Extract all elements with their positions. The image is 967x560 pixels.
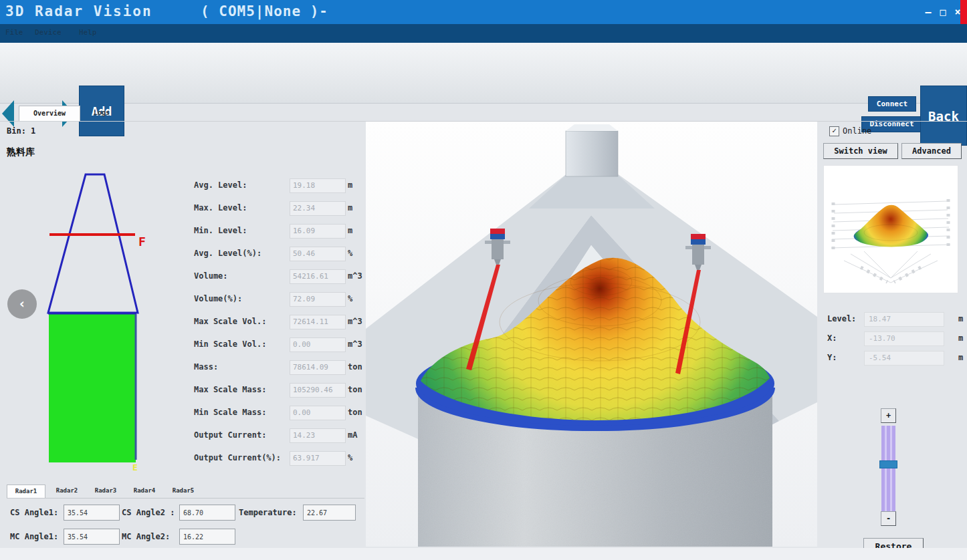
chute-flare <box>529 175 655 208</box>
measurement-value: 16.09 <box>290 224 346 239</box>
readout-unit: m <box>958 353 963 362</box>
app-window: 3D Radar Vision ( COM5|None )- – □ × Fil… <box>0 0 967 560</box>
measurement-unit: ton <box>348 362 362 372</box>
measurement-label: Max. Level: <box>194 203 247 213</box>
measurement-unit: m <box>348 226 352 235</box>
readout-unit: m <box>958 314 963 323</box>
preview-3d-thumbnail <box>823 165 958 293</box>
measurement-value: 14.23 <box>290 428 346 443</box>
tab-radar2[interactable]: Radar2 <box>48 484 86 497</box>
measurement-unit: m^3 <box>348 271 362 281</box>
measurement-label: Min. Level: <box>194 226 247 235</box>
measurement-row: Volume(%): 72.09 % <box>0 294 364 309</box>
readout-value: -5.54 <box>864 351 944 366</box>
measurement-value: 54216.61 <box>290 269 346 284</box>
measurement-value: 105290.46 <box>290 383 346 398</box>
measurement-unit: m^3 <box>348 317 362 326</box>
tab-radar1[interactable]: Radar1 <box>7 484 45 498</box>
cs-angle1-label: CS Angle1: <box>10 508 58 517</box>
cs-angle2-input[interactable] <box>179 505 235 521</box>
measurement-label: Min Scale Vol.: <box>194 339 266 349</box>
measurement-unit: m <box>348 180 352 190</box>
readout-label: Level: <box>827 314 856 323</box>
maximize-button[interactable]: □ <box>935 4 951 20</box>
measurement-unit: % <box>348 249 352 258</box>
connection-status: ( COM5|None )- <box>201 3 328 19</box>
readout-unit: m <box>958 333 963 343</box>
tab-overview[interactable]: Overview <box>19 106 80 121</box>
title-bar: 3D Radar Vision ( COM5|None )- – □ × <box>0 0 967 24</box>
measurement-row: Output Current(%): 63.917 % <box>0 453 364 468</box>
readout-row: X: -13.70 m <box>827 331 967 347</box>
tab-radar4[interactable]: Radar4 <box>126 484 163 497</box>
readout-label: Y: <box>827 353 837 362</box>
silo-3d-render[interactable] <box>366 122 817 547</box>
silo-cone-outline <box>48 174 138 313</box>
bin-name-label: 熟料库 <box>7 146 35 158</box>
zoom-slider-track[interactable] <box>881 426 895 515</box>
close-button-accent[interactable] <box>960 0 967 24</box>
measurement-row: Max. Level: 22.34 m <box>0 203 364 218</box>
measurement-value: 63.917 <box>290 451 346 466</box>
zoom-in-button[interactable]: + <box>881 408 896 423</box>
measurement-unit: % <box>348 294 352 303</box>
radar-tab-strip: Radar1 Radar2 Radar3 Radar4 Radar5 <box>7 484 364 499</box>
measurement-row: Avg. Level(%): 50.46 % <box>0 249 364 263</box>
measurement-value: 19.18 <box>290 178 346 193</box>
measurement-row: Avg. Level: 19.18 m <box>0 180 364 195</box>
measurement-label: Min Scale Mass: <box>194 408 266 417</box>
preview-grid-lines <box>844 251 938 283</box>
mc-angle1-label: MC Angle1: <box>10 532 58 541</box>
minimize-button[interactable]: – <box>920 4 936 20</box>
measurement-value: 0.00 <box>290 337 346 352</box>
measurement-unit: ton <box>348 408 362 417</box>
measurement-label: Output Current: <box>194 430 266 440</box>
mc-angle2-input[interactable] <box>179 529 235 545</box>
readout-value: -13.70 <box>864 331 944 346</box>
advanced-button[interactable]: Advanced <box>901 143 962 159</box>
cs-angle1-input[interactable] <box>64 505 120 521</box>
menu-help[interactable]: Help <box>79 28 97 37</box>
toolbar: 熟料库 Add Connect Disconnect Back <box>0 43 967 104</box>
mc-angle1-input[interactable] <box>64 529 120 545</box>
bottom-strip <box>0 548 967 560</box>
chute-duct <box>566 131 618 176</box>
online-checkbox[interactable]: ✓ <box>829 126 839 136</box>
measurement-unit: % <box>348 453 352 462</box>
tab-logs[interactable]: Logs <box>83 106 120 120</box>
readout-row: Level: 18.47 m <box>827 312 967 328</box>
measurement-label: Max Scale Vol.: <box>194 317 266 326</box>
measurement-label: Max Scale Mass: <box>194 385 266 394</box>
readout-value: 18.47 <box>864 312 944 327</box>
switch-view-button[interactable]: Switch view <box>823 143 898 159</box>
menu-bar: File Device Help <box>0 24 967 43</box>
tab-radar3[interactable]: Radar3 <box>87 484 124 497</box>
readout-label: X: <box>827 333 837 343</box>
measurement-value: 72614.11 <box>290 315 346 329</box>
measurement-row: Min. Level: 16.09 m <box>0 226 364 241</box>
online-label: Online <box>843 126 871 136</box>
zoom-out-button[interactable]: - <box>881 511 896 526</box>
menu-file[interactable]: File <box>5 28 23 37</box>
measurement-unit: mA <box>348 430 357 440</box>
measurement-row: Output Current: 14.23 mA <box>0 430 364 445</box>
measurement-unit: m^3 <box>348 339 362 349</box>
menu-device[interactable]: Device <box>35 28 62 37</box>
measurement-label: Avg. Level(%): <box>194 249 261 258</box>
measurement-row: Min Scale Vol.: 0.00 m^3 <box>0 339 364 354</box>
zoom-slider-thumb[interactable] <box>879 460 897 468</box>
readout-row: Y: -5.54 m <box>827 351 967 367</box>
measurement-row: Min Scale Mass: 0.00 ton <box>0 408 364 422</box>
measurement-label: Avg. Level: <box>194 180 247 190</box>
temperature-input[interactable] <box>303 505 356 521</box>
measurement-row: Max Scale Vol.: 72614.11 m^3 <box>0 317 364 331</box>
measurement-label: Output Current(%): <box>194 453 281 462</box>
measurement-value: 50.46 <box>290 247 346 261</box>
mc-angle2-label: MC Angle2: <box>122 532 170 541</box>
tab-radar5[interactable]: Radar5 <box>165 484 202 497</box>
main-tab-strip: Overview Logs <box>0 104 967 122</box>
measurement-value: 78614.09 <box>290 360 346 375</box>
measurement-label: Mass: <box>194 362 218 372</box>
window-title: 3D Radar Vision <box>5 3 152 19</box>
temperature-label: Temperature: <box>239 508 297 517</box>
